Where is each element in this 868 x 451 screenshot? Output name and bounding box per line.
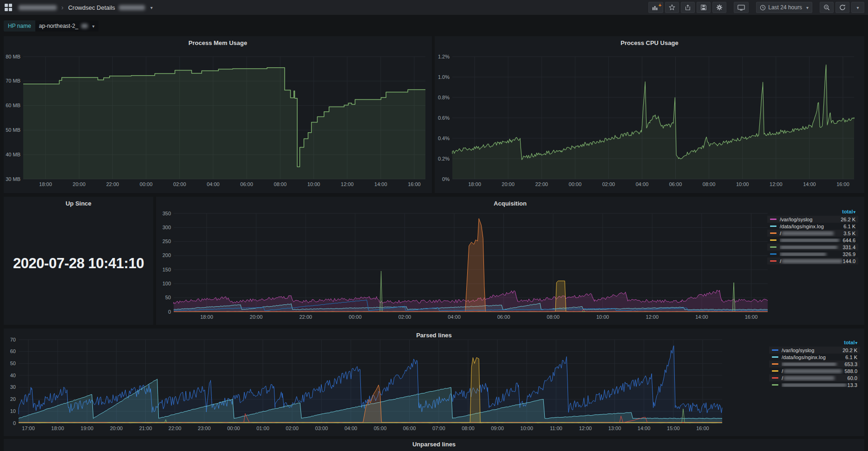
legend-total-header[interactable]: total▾	[767, 208, 858, 216]
series-name-redacted[interactable]	[782, 362, 844, 366]
panel-process-mem-usage: Process Mem Usage 30 MB40 MB50 MB60 MB70…	[4, 36, 432, 193]
series-color-swatch[interactable]	[772, 356, 778, 358]
series-name[interactable]: /data/logs/nginx.log	[782, 354, 845, 360]
dashboard-title-caret-icon[interactable]: ▾	[150, 5, 153, 10]
svg-text:01:00: 01:00	[256, 425, 269, 431]
legend-row[interactable]: 331.4	[767, 244, 858, 251]
save-icon	[700, 4, 707, 11]
series-color-swatch[interactable]	[770, 239, 777, 241]
save-dashboard-button[interactable]	[697, 2, 711, 13]
share-dashboard-button[interactable]	[681, 2, 695, 13]
series-name-redacted[interactable]: /	[780, 258, 842, 264]
series-color-swatch[interactable]	[770, 232, 777, 234]
legend-row[interactable]: /60.0	[769, 374, 860, 381]
cycle-view-mode-button[interactable]	[734, 2, 749, 13]
svg-text:70 MB: 70 MB	[6, 78, 20, 84]
legend-row[interactable]: 13.3	[769, 381, 860, 388]
series-name-redacted[interactable]	[780, 245, 842, 249]
dashboard-settings-button[interactable]	[712, 2, 726, 13]
share-icon	[685, 4, 691, 11]
legend-row[interactable]: /var/log/syslog20.2 K	[769, 347, 860, 354]
refresh-interval-dropdown[interactable]: ▾	[851, 2, 864, 13]
series-color-swatch[interactable]	[772, 349, 778, 351]
series-color-swatch[interactable]	[770, 226, 777, 227]
svg-text:06:00: 06:00	[403, 425, 416, 431]
series-color-swatch[interactable]	[770, 253, 777, 255]
svg-text:08:00: 08:00	[462, 425, 475, 431]
series-name-redacted[interactable]	[782, 383, 848, 387]
series-name-redacted[interactable]	[780, 238, 842, 242]
breadcrumb-separator: ›	[60, 4, 65, 11]
time-range-picker[interactable]: Last 24 hours ▾	[756, 2, 812, 13]
series-name-redacted[interactable]	[780, 252, 842, 256]
series-name-redacted[interactable]: /	[782, 375, 848, 381]
legend-row[interactable]: /3.5 K	[767, 230, 858, 237]
svg-text:16:00: 16:00	[408, 181, 421, 187]
legend-row[interactable]: 644.6	[767, 237, 858, 244]
svg-text:300: 300	[163, 225, 171, 230]
panel-title-up-since[interactable]: Up Since	[4, 197, 153, 207]
svg-text:04:00: 04:00	[636, 181, 649, 187]
series-name[interactable]: /var/log/syslog	[782, 348, 842, 353]
series-color-swatch[interactable]	[772, 377, 778, 379]
svg-text:20:00: 20:00	[110, 425, 123, 431]
series-color-swatch[interactable]	[770, 260, 777, 262]
legend-row[interactable]: /144.0	[767, 258, 858, 264]
svg-text:20:00: 20:00	[502, 181, 515, 187]
parsed-lines-chart[interactable]: 01020304050607017:0018:0019:0020:0021:00…	[6, 337, 723, 434]
series-name[interactable]: /data/logs/nginx.log	[780, 224, 843, 229]
apps-grid-icon[interactable]	[5, 4, 12, 11]
redacted-text	[782, 259, 842, 263]
panel-unparsed-lines: Unparsed lines	[4, 439, 864, 451]
zoom-out-time-button[interactable]	[820, 2, 834, 13]
series-color-swatch[interactable]	[772, 384, 778, 386]
svg-text:100: 100	[163, 281, 171, 286]
series-color-swatch[interactable]	[770, 219, 777, 220]
series-total-value: 13.3	[848, 382, 857, 388]
svg-text:00:00: 00:00	[349, 314, 362, 320]
svg-text:50: 50	[10, 361, 16, 366]
svg-text:40: 40	[10, 373, 16, 378]
acquisition-chart[interactable]: 05010015020025030035018:0020:0022:0000:0…	[160, 210, 771, 323]
legend-row[interactable]: /var/log/syslog26.2 K	[767, 216, 858, 223]
breadcrumb-dashboard-title[interactable]: Crowdsec Details	[68, 4, 115, 11]
add-panel-button[interactable]: +	[648, 2, 663, 13]
breadcrumb-folder-redacted[interactable]	[19, 5, 57, 10]
series-total-value: 653.3	[844, 361, 857, 367]
svg-text:200: 200	[163, 252, 171, 258]
series-color-swatch[interactable]	[770, 246, 777, 248]
parsed-lines-legend: total▾/var/log/syslog20.2 K/data/logs/ng…	[769, 339, 860, 388]
star-dashboard-button[interactable]	[665, 2, 679, 13]
series-name[interactable]: /var/log/syslog	[780, 217, 841, 222]
cpu-usage-chart[interactable]: 0%0.2%0.4%0.6%0.8%1.0%1.2%18:0020:0022:0…	[437, 55, 862, 192]
series-color-swatch[interactable]	[772, 363, 778, 365]
panel-up-since: Up Since 2020-07-28 10:41:10	[4, 197, 153, 325]
legend-total-header[interactable]: total▾	[769, 339, 860, 347]
svg-text:0.8%: 0.8%	[438, 95, 450, 100]
legend-row[interactable]: 326.9	[767, 251, 858, 258]
svg-text:22:00: 22:00	[169, 425, 182, 431]
variable-value-dropdown[interactable]: ap-northeast-2_ ▾	[35, 20, 98, 32]
refresh-dashboard-button[interactable]	[835, 2, 849, 13]
panel-title-cpu[interactable]: Process CPU Usage	[435, 36, 864, 46]
legend-row[interactable]: /data/logs/nginx.log6.1 K	[767, 223, 858, 230]
svg-text:30 MB: 30 MB	[6, 176, 20, 182]
panel-title-mem[interactable]: Process Mem Usage	[4, 36, 432, 46]
panel-title-acquisition[interactable]: Acquisition	[156, 197, 864, 207]
svg-text:16:00: 16:00	[836, 181, 849, 187]
series-name-redacted[interactable]: /	[780, 231, 843, 236]
svg-text:15:00: 15:00	[667, 425, 680, 431]
legend-row[interactable]: /588.0	[769, 367, 860, 374]
series-total-value: 331.4	[842, 245, 855, 250]
redacted-text	[782, 383, 847, 387]
series-color-swatch[interactable]	[772, 370, 778, 372]
legend-row[interactable]: /data/logs/nginx.log6.1 K	[769, 354, 860, 361]
panel-acquisition: Acquisition 05010015020025030035018:0020…	[156, 197, 864, 325]
panel-title-unparsed-lines[interactable]: Unparsed lines	[4, 439, 864, 448]
panel-parsed-lines: Parsed lines 01020304050607017:0018:0019…	[4, 329, 864, 436]
legend-row[interactable]: 653.3	[769, 361, 860, 367]
gear-icon	[716, 4, 723, 11]
svg-text:10:00: 10:00	[736, 181, 749, 187]
mem-usage-chart[interactable]: 30 MB40 MB50 MB60 MB70 MB80 MB18:0020:00…	[6, 55, 430, 192]
series-name-redacted[interactable]: /	[782, 368, 844, 374]
